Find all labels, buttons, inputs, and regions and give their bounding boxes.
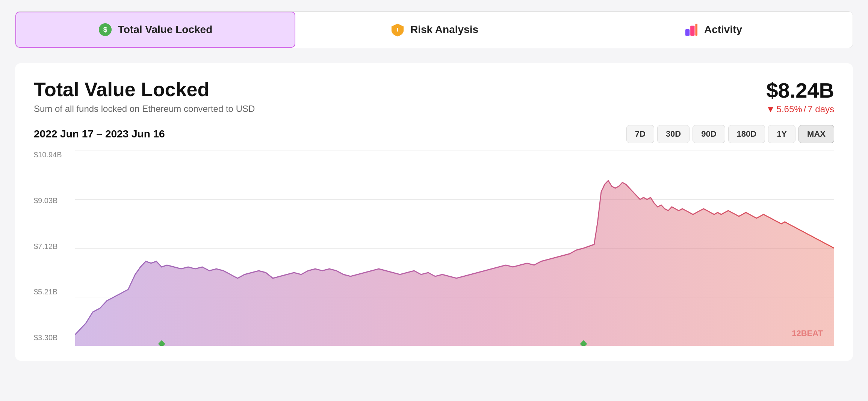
chart-inner: 12BEAT — [75, 151, 834, 346]
svg-rect-4 — [685, 29, 690, 36]
title-block: Total Value Locked Sum of all funds lock… — [34, 78, 255, 114]
change-value: ▼ 5.65% / 7 days — [766, 104, 834, 115]
y-label-2: $7.12B — [34, 242, 71, 251]
value-block: $8.24B ▼ 5.65% / 7 days — [766, 78, 834, 115]
tab-risk-label: Risk Analysis — [410, 24, 478, 36]
svg-text:!: ! — [396, 27, 399, 34]
dollar-circle-icon: $ — [98, 23, 112, 36]
chart-svg — [75, 151, 834, 346]
period-buttons: 7D 30D 90D 180D 1Y MAX — [626, 125, 834, 143]
change-pct: 5.65% — [777, 104, 802, 115]
controls-row: 2022 Jun 17 – 2023 Jun 16 7D 30D 90D 180… — [34, 125, 834, 143]
main-title: Total Value Locked — [34, 78, 255, 101]
y-label-0: $10.94B — [34, 151, 71, 159]
period-max[interactable]: MAX — [798, 125, 834, 143]
period-180d[interactable]: 180D — [728, 125, 765, 143]
header-row: Total Value Locked Sum of all funds lock… — [34, 78, 834, 115]
tab-activity[interactable]: Activity — [574, 12, 853, 48]
tab-bar: $ Total Value Locked ! Risk Analysis — [15, 11, 853, 48]
change-arrow: ▼ — [766, 104, 775, 115]
svg-text:$: $ — [103, 26, 107, 33]
period-1y[interactable]: 1Y — [768, 125, 795, 143]
y-label-3: $5.21B — [34, 288, 71, 296]
change-period: 7 days — [808, 104, 834, 115]
y-label-4: $3.30B — [34, 333, 71, 342]
watermark: 12BEAT — [792, 329, 823, 338]
tab-activity-label: Activity — [704, 24, 742, 36]
tab-tvl-label: Total Value Locked — [118, 24, 213, 36]
period-30d[interactable]: 30D — [657, 125, 690, 143]
current-value: $8.24B — [766, 78, 834, 103]
subtitle: Sum of all funds locked on Ethereum conv… — [34, 104, 255, 114]
tab-tvl[interactable]: $ Total Value Locked — [15, 12, 295, 48]
tab-risk[interactable]: ! Risk Analysis — [295, 12, 574, 48]
grid-line-4 — [75, 346, 834, 346]
y-label-1: $9.03B — [34, 196, 71, 205]
shield-warning-icon: ! — [391, 23, 404, 36]
svg-rect-5 — [690, 26, 694, 36]
svg-rect-6 — [695, 24, 697, 36]
period-90d[interactable]: 90D — [693, 125, 725, 143]
main-content: Total Value Locked Sum of all funds lock… — [15, 63, 853, 361]
activity-chart-icon — [685, 23, 698, 36]
date-range: 2022 Jun 17 – 2023 Jun 16 — [34, 128, 165, 140]
y-axis-labels: $10.94B $9.03B $7.12B $5.21B $3.30B — [34, 151, 71, 346]
change-separator: / — [804, 104, 806, 115]
chart-area: $10.94B $9.03B $7.12B $5.21B $3.30B — [34, 151, 834, 346]
period-7d[interactable]: 7D — [626, 125, 654, 143]
